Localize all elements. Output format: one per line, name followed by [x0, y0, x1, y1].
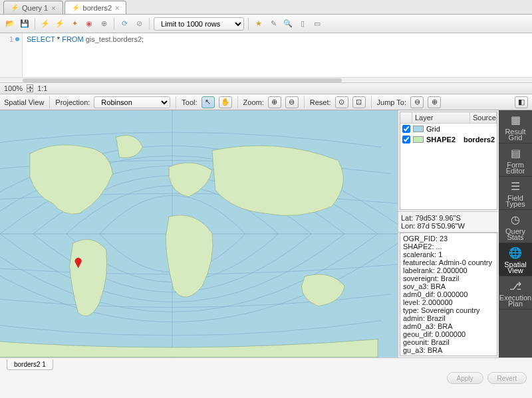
- layers-table[interactable]: Layer Source Grid SHAPE2 borders2: [400, 112, 497, 210]
- info-line: labelrank: 2.000000: [403, 266, 494, 274]
- layer-source: borders2: [464, 136, 495, 144]
- info-line: OGR_FID: 23: [403, 235, 494, 243]
- open-icon[interactable]: 📂: [4, 18, 16, 30]
- side-label: Query Stats: [505, 229, 525, 241]
- layer-row-shape[interactable]: SHAPE2 borders2: [400, 134, 497, 145]
- execution-plan-icon: ⎇: [508, 279, 523, 294]
- panel-2-icon[interactable]: ▭: [311, 18, 323, 30]
- spatial-view-icon: 🌐: [508, 246, 523, 260]
- spatial-main: Layer Source Grid SHAPE2 borders2 Lat: 7…: [0, 110, 532, 357]
- info-line: geou_dif: 0.000000: [403, 330, 494, 338]
- tab-borders2[interactable]: ⚡ borders2 ×: [65, 1, 127, 14]
- side-field-types[interactable]: ☰Field Types: [499, 177, 532, 210]
- source-col: Source: [470, 112, 497, 123]
- explain-icon[interactable]: ✦: [68, 18, 80, 30]
- side-spatial-view[interactable]: 🌐Spatial View: [499, 243, 532, 276]
- info-line: featurecla: Admin-0 country: [403, 258, 494, 266]
- info-line: level: 2.000000: [403, 298, 494, 306]
- toggle-panel-icon[interactable]: ◧: [515, 96, 528, 108]
- tab-label: Query 1: [22, 4, 48, 12]
- search-icon[interactable]: 🔍: [282, 18, 294, 30]
- side-label: Form Editor: [506, 162, 525, 174]
- projection-label: Projection:: [55, 98, 90, 106]
- info-line: type: Sovereign country: [403, 306, 494, 314]
- execute-current-icon[interactable]: ⚡: [54, 18, 66, 30]
- layer-name: SHAPE2: [426, 136, 461, 144]
- info-line: geounit: Brazil: [403, 338, 494, 346]
- toggle-1-icon[interactable]: ⟳: [118, 18, 130, 30]
- jump-prev-icon[interactable]: ⊖: [410, 96, 424, 108]
- side-label: Field Types: [505, 195, 525, 207]
- side-execution-plan[interactable]: ⎇Execution Plan: [499, 276, 532, 310]
- close-icon[interactable]: ×: [51, 4, 55, 12]
- layer-row-grid[interactable]: Grid: [400, 124, 497, 134]
- spatial-toolbar: Spatial View Projection: Robinson Tool: …: [0, 94, 532, 110]
- zoom-stepper[interactable]: ▴▾: [27, 84, 33, 92]
- editor-gutter: 1: [0, 33, 23, 77]
- lon-value: Lon: 87d 5'50.96"W: [401, 222, 496, 230]
- zoom-pct: 100%: [4, 84, 23, 92]
- side-result-grid[interactable]: ▦Result Grid: [499, 110, 532, 144]
- side-label: Spatial View: [504, 262, 527, 274]
- lat-value: Lat: 79d53' 9.96"S: [401, 214, 496, 222]
- beautify-icon[interactable]: ✎: [267, 18, 279, 30]
- info-line: adm0_dif: 0.000000: [403, 290, 494, 298]
- limit-rows-select[interactable]: Limit to 1000 rows: [154, 17, 244, 31]
- spatial-view-label: Spatial View: [4, 98, 44, 106]
- map-viewport[interactable]: [0, 110, 398, 357]
- footer: Apply Revert: [0, 371, 532, 385]
- sql-editor[interactable]: 1 SELECT * FROM gis_test.borders2;: [0, 33, 532, 77]
- side-label: Result Grid: [505, 129, 525, 141]
- layer-checkbox[interactable]: [402, 125, 410, 133]
- query-toolbar: 📂 💾 ⚡ ⚡ ✦ ◉ ⊕ ⟳ ⊘ Limit to 1000 rows ★ ✎…: [0, 15, 532, 33]
- layer-swatch-icon: [413, 136, 424, 143]
- zoom-in-icon[interactable]: ⊕: [268, 96, 281, 108]
- reset-zoom-icon[interactable]: ⊙: [335, 96, 348, 108]
- panel-1-icon[interactable]: ▯: [297, 18, 309, 30]
- projection-select[interactable]: Robinson: [94, 96, 170, 108]
- sql-code[interactable]: SELECT * FROM gis_test.borders2;: [23, 33, 532, 77]
- side-query-stats[interactable]: ◷Query Stats: [499, 210, 532, 243]
- stop-icon[interactable]: ◉: [83, 18, 95, 30]
- editor-scrollbar[interactable]: [0, 77, 532, 82]
- side-form-editor[interactable]: ▤Form Editor: [499, 144, 532, 177]
- apply-button[interactable]: Apply: [447, 372, 483, 384]
- form-editor-icon: ▤: [508, 146, 523, 161]
- execute-icon[interactable]: ⚡: [39, 18, 51, 30]
- zoom-label: Zoom:: [243, 98, 264, 106]
- bolt-icon: ⚡: [11, 4, 19, 11]
- world-map[interactable]: [0, 110, 398, 357]
- jump-next-icon[interactable]: ⊕: [428, 96, 441, 108]
- result-tab[interactable]: borders2 1: [7, 359, 53, 370]
- pan-tool-icon[interactable]: ✋: [219, 96, 232, 108]
- result-grid-icon: ▦: [508, 113, 523, 128]
- query-tabs: ⚡ Query 1 × ⚡ borders2 ×: [0, 0, 532, 15]
- jump-label: Jump To:: [377, 98, 406, 106]
- tab-query1[interactable]: ⚡ Query 1 ×: [3, 1, 63, 14]
- pointer-tool-icon[interactable]: ↖: [201, 96, 215, 108]
- commit-icon[interactable]: ⊕: [98, 18, 110, 30]
- info-line: SHAPE2: ...: [403, 243, 494, 250]
- layers-info-pane: Layer Source Grid SHAPE2 borders2 Lat: 7…: [398, 110, 499, 357]
- revert-button[interactable]: Revert: [487, 372, 527, 384]
- layer-name: Grid: [426, 125, 440, 133]
- tool-label: Tool:: [182, 98, 197, 106]
- coordinates-readout: Lat: 79d53' 9.96"S Lon: 87d 5'50.96"W: [398, 211, 499, 233]
- feature-info[interactable]: OGR_FID: 23SHAPE2: ...scalerank: 1featur…: [400, 233, 497, 356]
- info-line: sov_a3: BRA: [403, 282, 494, 290]
- layer-checkbox[interactable]: [402, 136, 410, 144]
- save-icon[interactable]: 💾: [19, 18, 31, 30]
- result-tabs: borders2 1: [0, 357, 532, 371]
- info-line: adm0_a3: BRA: [403, 322, 494, 330]
- toggle-2-icon[interactable]: ⊘: [133, 18, 145, 30]
- query-stats-icon: ◷: [508, 213, 523, 227]
- layer-swatch-icon: [413, 126, 424, 132]
- reset-extent-icon[interactable]: ⊡: [352, 96, 366, 108]
- close-icon[interactable]: ×: [115, 4, 119, 12]
- tab-label: borders2: [83, 4, 112, 12]
- favorite-icon[interactable]: ★: [253, 18, 265, 30]
- side-label: Execution Plan: [499, 295, 531, 307]
- zoom-out-icon[interactable]: ⊖: [285, 96, 299, 108]
- editor-status-row: 100% ▴▾ 1:1: [0, 82, 532, 94]
- info-line: scalerank: 1: [403, 250, 494, 258]
